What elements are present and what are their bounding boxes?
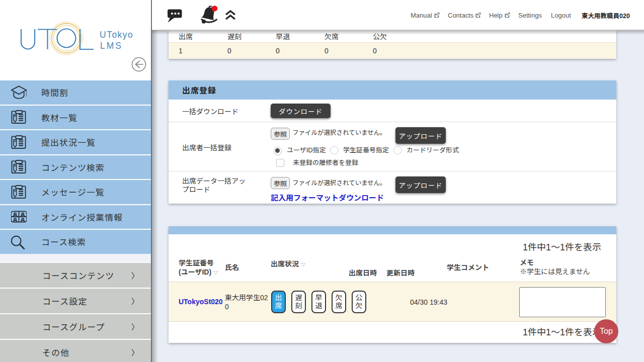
- svg-text:UTokyo: UTokyo: [100, 30, 133, 40]
- svg-text:LMS: LMS: [100, 41, 123, 51]
